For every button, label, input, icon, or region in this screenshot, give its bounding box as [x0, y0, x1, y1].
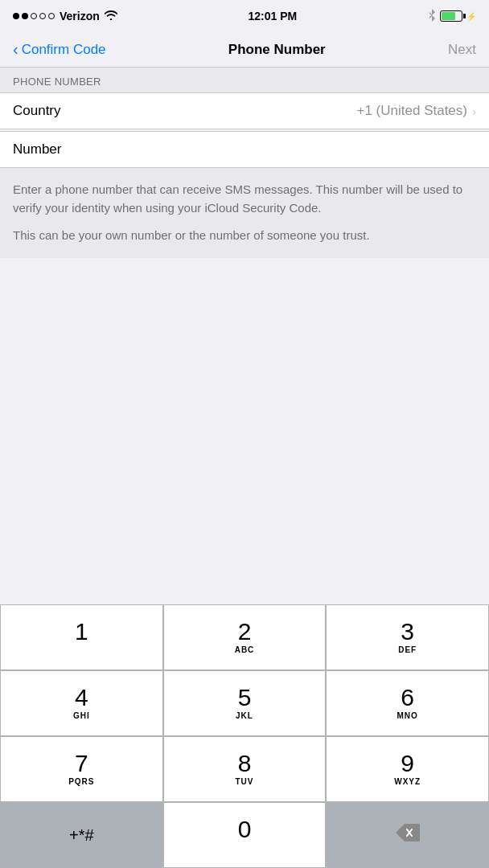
- key-4-letters: GHI: [73, 711, 90, 722]
- number-section: Number: [0, 131, 489, 168]
- key-9-letters: WXYZ: [394, 777, 421, 788]
- key-special-label: +*#: [69, 827, 94, 843]
- back-arrow-icon: ‹: [13, 40, 18, 59]
- bluetooth-icon: [428, 9, 436, 24]
- battery-indicator: ⚡: [440, 10, 476, 22]
- status-bar: Verizon 12:01 PM ⚡: [0, 0, 489, 32]
- carrier-label: Verizon: [60, 10, 100, 23]
- country-label: Country: [13, 103, 61, 119]
- country-section: Country +1 (United States) ›: [0, 92, 489, 129]
- keypad: 1 2 ABC 3 DEF 4 GHI 5 JKL 6 MNO 7 PQRS: [0, 604, 489, 868]
- info-area: Enter a phone number that can receive SM…: [0, 168, 489, 258]
- signal-dots: [13, 13, 55, 19]
- key-5[interactable]: 5 JKL: [163, 670, 327, 736]
- signal-dot-4: [39, 13, 46, 19]
- next-button[interactable]: Next: [448, 42, 476, 58]
- status-left: Verizon: [13, 10, 117, 23]
- nav-title: Phone Number: [228, 42, 326, 58]
- key-7-number: 7: [75, 751, 88, 776]
- key-4[interactable]: 4 GHI: [0, 670, 163, 736]
- country-value-text: +1 (United States): [357, 103, 468, 119]
- key-3[interactable]: 3 DEF: [326, 604, 489, 670]
- country-value: +1 (United States) ›: [357, 103, 477, 119]
- key-5-number: 5: [238, 686, 252, 710]
- key-5-letters: JKL: [236, 711, 253, 722]
- key-2-letters: ABC: [235, 645, 255, 656]
- key-0[interactable]: 0: [163, 802, 327, 868]
- nav-bar: ‹ Confirm Code Phone Number Next: [0, 32, 489, 68]
- key-7[interactable]: 7 PQRS: [0, 736, 163, 802]
- key-special[interactable]: +*#: [0, 802, 163, 868]
- section-header-phone-number: PHONE NUMBER: [0, 68, 489, 92]
- number-label: Number: [13, 141, 61, 158]
- delete-icon: [396, 824, 420, 846]
- key-8-number: 8: [238, 751, 252, 776]
- country-row[interactable]: Country +1 (United States) ›: [0, 93, 489, 129]
- country-chevron-icon: ›: [472, 104, 476, 118]
- status-right: ⚡: [428, 9, 476, 24]
- key-6[interactable]: 6 MNO: [326, 670, 489, 736]
- info-para-1: Enter a phone number that can receive SM…: [13, 181, 476, 217]
- key-1-letters: [80, 645, 83, 656]
- signal-dot-3: [31, 13, 37, 19]
- number-section-wrapper: Number: [0, 131, 489, 168]
- back-label: Confirm Code: [22, 42, 106, 58]
- back-button[interactable]: ‹ Confirm Code: [13, 40, 106, 59]
- signal-dot-5: [48, 13, 55, 19]
- key-6-letters: MNO: [397, 711, 417, 722]
- keypad-grid: 1 2 ABC 3 DEF 4 GHI 5 JKL 6 MNO 7 PQRS: [0, 604, 489, 868]
- key-3-letters: DEF: [398, 645, 417, 656]
- key-8-letters: TUV: [235, 777, 253, 788]
- key-0-letters: [243, 843, 246, 854]
- key-1[interactable]: 1: [0, 604, 163, 670]
- key-6-number: 6: [401, 686, 414, 710]
- key-3-number: 3: [401, 620, 414, 644]
- key-2-number: 2: [238, 620, 252, 644]
- key-4-number: 4: [75, 686, 88, 710]
- key-7-letters: PQRS: [68, 777, 94, 788]
- signal-dot-1: [13, 13, 19, 19]
- key-1-number: 1: [75, 620, 88, 644]
- key-9-number: 9: [401, 751, 414, 776]
- key-9[interactable]: 9 WXYZ: [326, 736, 489, 802]
- signal-dot-2: [22, 13, 28, 19]
- time-display: 12:01 PM: [249, 10, 298, 23]
- number-row[interactable]: Number: [0, 132, 489, 167]
- key-delete[interactable]: [326, 802, 489, 868]
- wifi-icon: [105, 10, 117, 23]
- key-0-number: 0: [238, 817, 252, 841]
- key-2[interactable]: 2 ABC: [163, 604, 327, 670]
- info-para-2: This can be your own number or the numbe…: [13, 227, 476, 245]
- key-8[interactable]: 8 TUV: [163, 736, 327, 802]
